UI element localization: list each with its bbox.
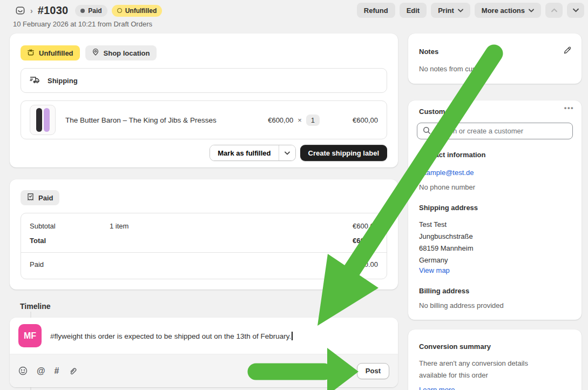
address-line: Test Test [419, 219, 473, 231]
notes-title: Notes [419, 48, 438, 56]
view-map-link[interactable]: View map [419, 266, 450, 274]
total-row: Total €600.00 [21, 233, 387, 248]
composer-toolbar: @ # Post [10, 354, 398, 387]
search-icon [423, 126, 431, 136]
payment-card: Paid Subtotal 1 item €600.00 Total €600.… [10, 179, 398, 290]
emoji-icon[interactable] [18, 366, 28, 375]
learn-more-link[interactable]: Learn more [419, 386, 455, 390]
chevron-down-icon [573, 8, 579, 12]
edit-notes-pencil-icon[interactable] [563, 46, 572, 56]
shipping-address: Test Test Jungbuschstraße 68159 Mannheim… [419, 219, 473, 266]
shipping-address-heading: Shipping address [419, 204, 478, 212]
order-header: › #1030 Paid Unfulfilled [15, 4, 162, 17]
comment-text: #flyweight this order is expected to be … [50, 332, 293, 340]
conversion-summary-card: Conversion summary There aren't any conv… [408, 330, 582, 390]
line-item-pricing: €600,00 × 1 [268, 115, 320, 126]
open-circle-icon [117, 8, 122, 13]
contact-information-heading: Contact information [419, 151, 486, 159]
avatar: MF [18, 324, 42, 347]
shipping-method-row[interactable]: Shipping [21, 68, 387, 93]
address-line: 68159 Mannheim [419, 243, 473, 254]
paid-badge: Paid [21, 190, 59, 205]
unit-price: €600,00 [268, 116, 293, 124]
billing-address-heading: Billing address [419, 287, 469, 295]
billing-empty-text: No billing address provided [419, 301, 504, 310]
order-detail-page: › #1030 Paid Unfulfilled 10 February 202… [0, 0, 588, 390]
customer-search-input[interactable] [435, 127, 567, 135]
paid-row: Paid €600.00 [21, 257, 387, 272]
chevron-down-icon [285, 151, 290, 155]
location-pin-icon [92, 48, 99, 58]
page-title: #1030 [38, 4, 69, 17]
fulfillment-card: Unfulfilled Shop location [10, 33, 398, 167]
fulfillment-badges-row: Unfulfilled Shop location [21, 45, 157, 60]
comment-input-area[interactable]: MF #flyweight this order is expected to … [10, 318, 398, 354]
subtotal-row: Subtotal 1 item €600.00 [21, 219, 387, 233]
post-button[interactable]: Post [357, 363, 389, 379]
filled-dot-icon [80, 9, 85, 13]
address-line: Germany [419, 254, 473, 266]
multiply-sign: × [298, 116, 302, 124]
previous-order-button[interactable] [545, 3, 563, 18]
mark-as-fulfilled-dropdown-button[interactable] [279, 145, 295, 160]
truck-icon [30, 76, 40, 86]
header-actions: Refund Edit Print More actions [357, 3, 584, 18]
timeline-heading: Timeline [20, 302, 51, 311]
fulfillment-actions: Mark as fulfilled Create shipping label [209, 145, 387, 161]
shop-location-badge: Shop location [85, 45, 157, 60]
chevron-up-icon [551, 8, 557, 12]
package-icon [27, 49, 35, 58]
more-actions-button[interactable]: More actions [475, 3, 541, 18]
line-item-total: €600,00 [329, 116, 378, 124]
conversion-title: Conversion summary [419, 342, 491, 351]
notes-empty-text: No notes from customer [419, 65, 494, 73]
address-line: Jungbuschstraße [419, 231, 473, 243]
divider [21, 252, 387, 253]
text-cursor [292, 332, 293, 340]
unfulfilled-status-badge: Unfulfilled [112, 5, 163, 17]
chevron-down-icon [529, 9, 534, 12]
phone-empty-text: No phone number [419, 183, 475, 191]
print-button[interactable]: Print [431, 3, 470, 18]
payment-summary-box: Subtotal 1 item €600.00 Total €600.00 Pa… [21, 213, 387, 279]
mark-as-fulfilled-split-button: Mark as fulfilled [209, 145, 295, 161]
product-title-link[interactable]: The Butter Baron – The King of Jibs & Pr… [65, 116, 258, 124]
create-shipping-label-button[interactable]: Create shipping label [300, 145, 387, 161]
customer-card: Customer ••• Contact information example… [408, 100, 582, 320]
paid-status-badge: Paid [75, 5, 107, 17]
edit-button[interactable]: Edit [400, 3, 427, 18]
timeline-comment-composer: MF #flyweight this order is expected to … [10, 318, 398, 387]
quantity-badge: 1 [306, 115, 320, 126]
customer-search-box [417, 123, 573, 139]
orders-icon [15, 5, 25, 16]
composer-icon-group: @ # [18, 366, 77, 375]
customer-email-link[interactable]: example@test.de [419, 169, 474, 177]
customer-menu-dots-icon[interactable]: ••• [564, 104, 574, 112]
customer-title: Customer [419, 107, 452, 116]
hashtag-icon[interactable]: # [55, 367, 59, 375]
next-order-button[interactable] [567, 3, 584, 18]
order-date: 10 February 2026 at 10:21 from Draft Ord… [13, 20, 152, 28]
notes-card: Notes No notes from customer [408, 33, 582, 84]
line-item-row: The Butter Baron – The King of Jibs & Pr… [21, 100, 387, 139]
breadcrumb-chevron-icon: › [30, 6, 33, 15]
product-thumbnail [30, 105, 56, 135]
receipt-check-icon [27, 193, 34, 203]
chevron-down-icon [458, 9, 463, 12]
attachment-icon[interactable] [69, 367, 77, 375]
mark-as-fulfilled-button[interactable]: Mark as fulfilled [210, 145, 278, 160]
conversion-empty-text: There aren't any conversion details avai… [419, 358, 555, 381]
mention-icon[interactable]: @ [37, 367, 45, 375]
unfulfilled-badge: Unfulfilled [21, 45, 80, 60]
refund-button[interactable]: Refund [357, 3, 395, 18]
header-badges: Paid Unfulfilled [75, 5, 162, 17]
